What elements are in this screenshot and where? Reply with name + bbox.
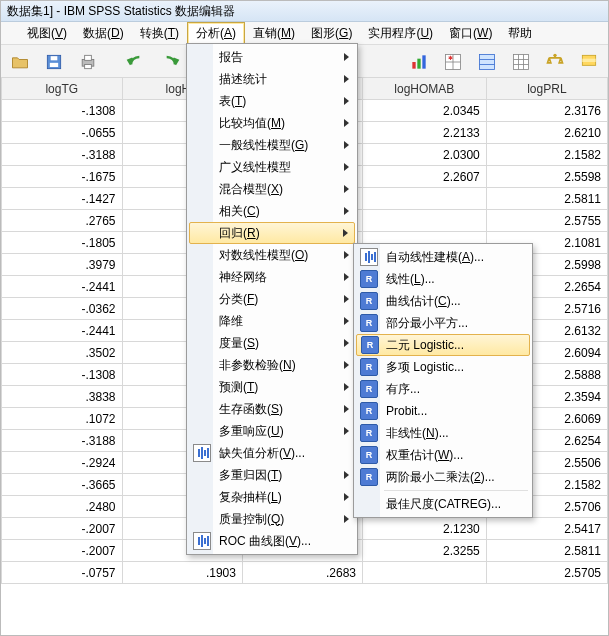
cell[interactable]: 2.2607	[363, 166, 487, 188]
cell[interactable]: -.1805	[2, 232, 123, 254]
analyze-item-12[interactable]: 降维	[189, 310, 355, 332]
cell[interactable]	[363, 188, 487, 210]
cell[interactable]: -.2007	[2, 518, 123, 540]
cell[interactable]: 2.0300	[363, 144, 487, 166]
regress-item-2[interactable]: R曲线估计(C)...	[356, 290, 530, 312]
regress-item-12[interactable]: 最佳尺度(CATREG)...	[356, 493, 530, 515]
undo-icon[interactable]	[121, 48, 151, 76]
cell[interactable]: 2.5417	[486, 518, 607, 540]
regress-item-6[interactable]: R有序...	[356, 378, 530, 400]
redo-icon[interactable]	[155, 48, 185, 76]
menu-1[interactable]: 视图(V)	[19, 22, 75, 44]
cell[interactable]: -.1308	[2, 100, 123, 122]
cell[interactable]: -.3188	[2, 430, 123, 452]
cell[interactable]: -.3665	[2, 474, 123, 496]
analyze-item-5[interactable]: 广义线性模型	[189, 156, 355, 178]
analyze-item-21[interactable]: 质量控制(Q)	[189, 508, 355, 530]
cell[interactable]: -.1308	[2, 364, 123, 386]
menu-6[interactable]: 图形(G)	[303, 22, 360, 44]
regress-item-3[interactable]: R部分最小平方...	[356, 312, 530, 334]
cell[interactable]: .2765	[2, 210, 123, 232]
cell[interactable]: -.2007	[2, 540, 123, 562]
analyze-item-4[interactable]: 一般线性模型(G)	[189, 134, 355, 156]
analyze-item-14[interactable]: 非参数检验(N)	[189, 354, 355, 376]
menu-4[interactable]: 分析(A)	[187, 22, 245, 44]
column-header[interactable]: logTG	[2, 78, 123, 100]
cell[interactable]: .2683	[242, 562, 362, 584]
cell[interactable]: .3838	[2, 386, 123, 408]
analyze-item-13[interactable]: 度量(S)	[189, 332, 355, 354]
weight-icon[interactable]	[540, 48, 570, 76]
open-icon[interactable]	[5, 48, 35, 76]
cell[interactable]: -.2441	[2, 276, 123, 298]
cell[interactable]: 2.0345	[363, 100, 487, 122]
cell[interactable]: 2.3255	[363, 540, 487, 562]
analyze-item-6[interactable]: 混合模型(X)	[189, 178, 355, 200]
cell[interactable]: 2.6210	[486, 122, 607, 144]
menu-5[interactable]: 直销(M)	[245, 22, 303, 44]
save-icon[interactable]	[39, 48, 69, 76]
analyze-item-22[interactable]: ROC 曲线图(V)...	[189, 530, 355, 552]
cell[interactable]: 2.1582	[486, 144, 607, 166]
analyze-item-11[interactable]: 分类(F)	[189, 288, 355, 310]
cell[interactable]: .3502	[2, 342, 123, 364]
grid-icon[interactable]	[506, 48, 536, 76]
analyze-item-16[interactable]: 生存函数(S)	[189, 398, 355, 420]
cell[interactable]: -.3188	[2, 144, 123, 166]
column-header[interactable]: logHOMAB	[363, 78, 487, 100]
cell[interactable]: -.0362	[2, 298, 123, 320]
variables-icon[interactable]	[472, 48, 502, 76]
analyze-item-3[interactable]: 比较均值(M)	[189, 112, 355, 134]
analyze-item-9[interactable]: 对数线性模型(O)	[189, 244, 355, 266]
cell[interactable]: -.0757	[2, 562, 123, 584]
cell[interactable]: .3979	[2, 254, 123, 276]
cell[interactable]: 2.5755	[486, 210, 607, 232]
cell[interactable]: 2.1230	[363, 518, 487, 540]
analyze-item-20[interactable]: 复杂抽样(L)	[189, 486, 355, 508]
menu-7[interactable]: 实用程序(U)	[360, 22, 441, 44]
cell[interactable]: 2.5598	[486, 166, 607, 188]
cell[interactable]: -.1427	[2, 188, 123, 210]
analyze-item-2[interactable]: 表(T)	[189, 90, 355, 112]
cell[interactable]: 2.5811	[486, 188, 607, 210]
analyze-item-17[interactable]: 多重响应(U)	[189, 420, 355, 442]
regress-item-0[interactable]: 自动线性建模(A)...	[356, 246, 530, 268]
analyze-item-15[interactable]: 预测(T)	[189, 376, 355, 398]
cell[interactable]: -.1675	[2, 166, 123, 188]
cell[interactable]: 2.5811	[486, 540, 607, 562]
analyze-item-18[interactable]: 缺失值分析(V)...	[189, 442, 355, 464]
menu-9[interactable]: 帮助	[500, 22, 540, 44]
cell[interactable]: .1072	[2, 408, 123, 430]
analyze-item-8[interactable]: 回归(R)	[189, 222, 355, 244]
analyze-item-10[interactable]: 神经网络	[189, 266, 355, 288]
print-icon[interactable]	[73, 48, 103, 76]
column-header[interactable]: logPRL	[486, 78, 607, 100]
menu-8[interactable]: 窗口(W)	[441, 22, 500, 44]
regress-item-9[interactable]: R权重估计(W)...	[356, 444, 530, 466]
analyze-item-0[interactable]: 报告	[189, 46, 355, 68]
menu-2[interactable]: 数据(D)	[75, 22, 132, 44]
chart-icon[interactable]	[404, 48, 434, 76]
regress-item-10[interactable]: R两阶最小二乘法(2)...	[356, 466, 530, 488]
cell[interactable]: 2.2133	[363, 122, 487, 144]
cell[interactable]: -.2924	[2, 452, 123, 474]
cell[interactable]: .2480	[2, 496, 123, 518]
select-icon[interactable]	[574, 48, 604, 76]
cell[interactable]: 2.5705	[486, 562, 607, 584]
cell[interactable]: 2.3176	[486, 100, 607, 122]
regress-item-1[interactable]: R线性(L)...	[356, 268, 530, 290]
cell[interactable]	[363, 210, 487, 232]
menu-3[interactable]: 转换(T)	[132, 22, 187, 44]
menu-0[interactable]	[3, 22, 19, 44]
regress-item-7[interactable]: RProbit...	[356, 400, 530, 422]
analyze-item-7[interactable]: 相关(C)	[189, 200, 355, 222]
regress-item-5[interactable]: R多项 Logistic...	[356, 356, 530, 378]
cell[interactable]: -.2441	[2, 320, 123, 342]
analyze-item-19[interactable]: 多重归因(T)	[189, 464, 355, 486]
regress-item-8[interactable]: R非线性(N)...	[356, 422, 530, 444]
cell[interactable]: -.0655	[2, 122, 123, 144]
crosstabs-icon[interactable]: ✱	[438, 48, 468, 76]
cell[interactable]	[363, 562, 487, 584]
analyze-item-1[interactable]: 描述统计	[189, 68, 355, 90]
regress-item-4[interactable]: R二元 Logistic...	[356, 334, 530, 356]
